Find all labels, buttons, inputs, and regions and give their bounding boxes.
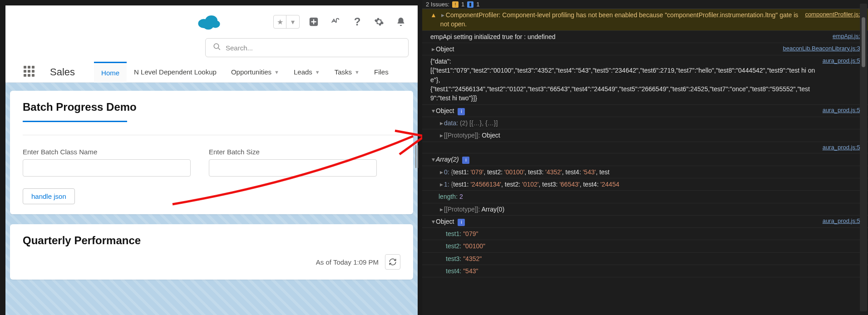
refresh-button[interactable] [385,254,400,270]
expand-icon[interactable]: ▸ [439,180,444,189]
issues-bar[interactable]: 2 Issues: !1 ▮1 [422,0,868,9]
handle-json-button[interactable]: handle json [23,188,75,204]
info-count-icon: ▮ [467,1,473,8]
tab-label: Files [374,68,389,76]
warning-count: 1 [461,1,464,8]
expand-icon[interactable]: ▸ [440,10,446,20]
console-row: ▲▸ComponentProfiler: Component-level pro… [422,9,868,31]
search-icon [213,43,221,53]
console-row: test3: "4352" [422,253,868,265]
console-row: ▸0: {test1: '079', test2: '00100', test3… [422,166,868,178]
console-row: test2: "00100" [422,240,868,252]
question-icon[interactable]: ? [350,14,365,30]
console-row: ▸ObjectbeaconLib.BeaconLibrary.js:39 [422,43,868,55]
page-body: Batch Progress Demo Enter Batch Class Na… [5,83,418,315]
console-row: ▸[[Prototype]]: Array(0) [422,203,868,216]
salesforce-help-icon[interactable] [328,14,343,30]
expand-icon[interactable]: ▸ [430,44,436,54]
console-row: test1: "079" [422,228,868,240]
favorites-chevron-icon[interactable]: ▾ [286,15,299,28]
console-row: ▾Object iaura_prod.js:55 [422,216,868,228]
bell-icon[interactable] [393,14,409,30]
expand-icon[interactable]: ▸ [439,205,444,214]
app-launcher-icon[interactable] [24,66,36,79]
info-badge-icon: i [458,108,465,115]
tab-leads[interactable]: Leads▼ [286,62,327,83]
info-count: 1 [476,1,479,8]
console-row: empApi setting initialized true for : un… [422,31,868,43]
expand-icon[interactable]: ▸ [439,167,444,177]
console-row: ▸[[Prototype]]: Object [422,129,868,142]
batch-class-input[interactable] [23,159,191,177]
console-row: ▾Array(2) i [422,153,868,166]
app-nav: Sales HomeN Level Dependent LookupOpport… [5,62,418,83]
tab-n-level-dependent-lookup[interactable]: N Level Dependent Lookup [127,62,224,83]
batch-size-label: Enter Batch Size [209,148,377,156]
tab-label: Tasks [335,68,352,76]
source-link[interactable]: aura_prod.js:55 [823,106,863,115]
info-badge-icon: i [462,157,469,164]
chevron-down-icon: ▼ [274,69,279,75]
salesforce-pane: ★ ▾ ? Sales HomeN Level Dependent Lookup… [5,5,418,315]
console-row: test4: "543" [422,265,868,277]
tab-label: N Level Dependent Lookup [134,68,217,76]
tab-label: Home [101,69,119,77]
expand-icon[interactable]: ▸ [439,131,444,140]
salesforce-logo-icon [196,13,222,31]
batch-class-label: Enter Batch Class Name [23,148,191,156]
batch-size-input[interactable] [209,159,377,177]
issues-label: 2 Issues: [426,1,449,8]
quarterly-card: Quarterly Performance As of Today 1:09 P… [10,224,413,280]
tab-label: Leads [294,68,312,76]
star-icon[interactable]: ★ [274,15,286,28]
source-link[interactable]: aura_prod.js:55 [823,57,863,65]
as-of-text: As of Today 1:09 PM [316,258,379,266]
gear-icon[interactable] [371,14,387,30]
collapse-icon[interactable]: ▾ [430,106,436,115]
source-link[interactable]: beaconLib.BeaconLibrary.js:39 [783,44,863,53]
tab-label: Opportunities [231,68,271,76]
sf-header: ★ ▾ ? [5,5,418,38]
app-name: Sales [50,66,75,78]
console-row: length: 2 [422,191,868,203]
add-icon[interactable] [306,14,321,30]
favorites-combo[interactable]: ★ ▾ [273,15,300,29]
warning-count-icon: ! [452,1,459,8]
svg-point-3 [203,21,213,30]
search-input[interactable] [226,44,401,52]
source-link[interactable]: aura_prod.js:55 [823,143,863,152]
pane-resize-handle[interactable] [415,145,419,168]
console-row: {"data": [{"test1":"079","test2":"00100"… [422,55,868,104]
tab-tasks[interactable]: Tasks▼ [327,62,367,83]
tab-opportunities[interactable]: Opportunities▼ [224,62,286,83]
scrollbar-thumb[interactable] [862,17,865,67]
console-row: ▸data: (2) [{…}, {…}] [422,117,868,129]
card-title: Batch Progress Demo [23,101,400,113]
console-scrollbar[interactable] [860,4,867,311]
console-row: aura_prod.js:55 [422,142,868,154]
global-search[interactable] [205,38,409,57]
tab-files[interactable]: Files [367,62,396,83]
svg-point-5 [214,44,219,49]
console-row: ▸1: {test1: '24566134', test2: '0102', t… [422,178,868,191]
chevron-down-icon: ▼ [355,69,360,75]
warning-triangle-icon: ▲ [430,10,437,20]
chevron-down-icon: ▼ [315,69,320,75]
console-row: ▾Object iaura_prod.js:55 [422,105,868,117]
source-link[interactable]: componentProfiler.js:1 [805,10,863,19]
expand-icon[interactable]: ▸ [439,118,444,128]
source-link[interactable]: empApi.js:4 [833,32,863,41]
quarterly-title: Quarterly Performance [23,234,400,247]
tab-home[interactable]: Home [94,62,127,83]
batch-progress-card: Batch Progress Demo Enter Batch Class Na… [10,91,413,214]
devtools-console: 2 Issues: !1 ▮1 ▲▸ComponentProfiler: Com… [422,0,868,315]
collapse-icon[interactable]: ▾ [430,217,436,226]
info-badge-icon: i [458,219,465,226]
collapse-icon[interactable]: ▾ [430,155,436,164]
source-link[interactable]: aura_prod.js:55 [823,217,863,226]
